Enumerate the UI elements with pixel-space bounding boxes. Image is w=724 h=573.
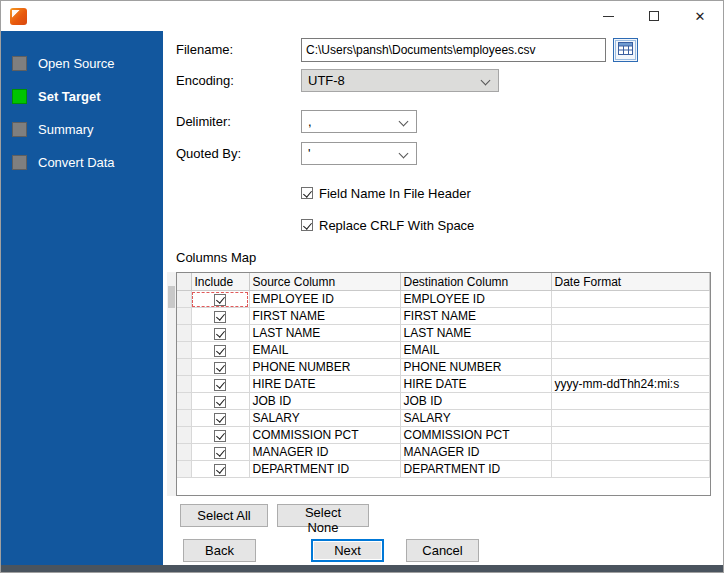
table-row: COMMISSION PCTCOMMISSION PCT: [177, 427, 710, 444]
date-format-cell[interactable]: [551, 325, 710, 342]
date-format-cell[interactable]: [551, 393, 710, 410]
columns-map-title: Columns Map: [176, 250, 723, 266]
row-header[interactable]: [177, 461, 191, 478]
source-column-cell[interactable]: SALARY: [249, 410, 400, 427]
source-column-cell[interactable]: LAST NAME: [249, 325, 400, 342]
chevron-down-icon: [399, 116, 409, 126]
destination-column-cell[interactable]: COMMISSION PCT: [400, 427, 551, 444]
field-name-header-checkbox[interactable]: [301, 187, 313, 199]
back-button[interactable]: Back: [183, 539, 256, 562]
destination-column-cell[interactable]: EMPLOYEE ID: [400, 291, 551, 308]
include-checkbox[interactable]: [214, 328, 226, 340]
filename-input[interactable]: [301, 38, 606, 62]
destination-column-cell[interactable]: JOB ID: [400, 393, 551, 410]
date-format-cell[interactable]: [551, 410, 710, 427]
replace-crlf-checkbox[interactable]: [301, 219, 313, 231]
date-format-cell[interactable]: [551, 427, 710, 444]
filename-row: Filename:: [176, 37, 723, 62]
columns-map-area: Include Source Column Destination Column…: [167, 272, 711, 496]
row-header[interactable]: [177, 325, 191, 342]
minimize-icon: [603, 16, 614, 17]
date-format-cell[interactable]: [551, 461, 710, 478]
row-header-corner: [177, 273, 191, 291]
row-header[interactable]: [177, 291, 191, 308]
include-checkbox[interactable]: [214, 430, 226, 442]
include-checkbox[interactable]: [214, 362, 226, 374]
titlebar: ✕: [1, 1, 723, 31]
quoted-by-row: Quoted By: ': [176, 141, 723, 165]
step-indicator-square: [12, 89, 27, 104]
select-none-button[interactable]: Select None: [277, 504, 369, 527]
source-column-cell[interactable]: EMAIL: [249, 342, 400, 359]
include-checkbox[interactable]: [214, 447, 226, 459]
row-header[interactable]: [177, 359, 191, 376]
close-button[interactable]: ✕: [677, 1, 723, 31]
destination-column-cell[interactable]: DEPARTMENT ID: [400, 461, 551, 478]
row-header[interactable]: [177, 393, 191, 410]
include-checkbox[interactable]: [214, 345, 226, 357]
source-column-cell[interactable]: COMMISSION PCT: [249, 427, 400, 444]
date-format-cell[interactable]: [551, 444, 710, 461]
window-body: Open SourceSet TargetSummaryConvert Data…: [1, 31, 723, 565]
date-format-cell[interactable]: yyyy-mm-ddThh24:mi:s: [551, 376, 710, 393]
source-column-cell[interactable]: JOB ID: [249, 393, 400, 410]
header-include[interactable]: Include: [191, 273, 249, 291]
row-header[interactable]: [177, 427, 191, 444]
select-all-button[interactable]: Select All: [180, 504, 268, 527]
source-column-cell[interactable]: EMPLOYEE ID: [249, 291, 400, 308]
sidebar-step-summary[interactable]: Summary: [1, 113, 163, 146]
step-indicator-square: [12, 122, 27, 137]
field-name-header-row: Field Name In File Header: [301, 185, 723, 201]
row-header[interactable]: [177, 410, 191, 427]
header-date-format[interactable]: Date Format: [551, 273, 710, 291]
destination-column-cell[interactable]: HIRE DATE: [400, 376, 551, 393]
next-button[interactable]: Next: [311, 539, 384, 562]
table-row: JOB IDJOB ID: [177, 393, 710, 410]
sidebar-step-open-source[interactable]: Open Source: [1, 47, 163, 80]
row-header[interactable]: [177, 342, 191, 359]
vertical-scrollbar[interactable]: [167, 272, 176, 496]
include-checkbox[interactable]: [214, 294, 226, 306]
step-label: Summary: [38, 122, 94, 137]
encoding-select[interactable]: UTF-8: [301, 69, 499, 92]
maximize-button[interactable]: [631, 1, 677, 31]
scrollbar-thumb[interactable]: [168, 286, 175, 308]
destination-column-cell[interactable]: EMAIL: [400, 342, 551, 359]
source-column-cell[interactable]: DEPARTMENT ID: [249, 461, 400, 478]
minimize-button[interactable]: [585, 1, 631, 31]
date-format-cell[interactable]: [551, 308, 710, 325]
date-format-cell[interactable]: [551, 342, 710, 359]
sidebar-step-set-target[interactable]: Set Target: [1, 80, 163, 113]
source-column-cell[interactable]: MANAGER ID: [249, 444, 400, 461]
sidebar-step-convert-data[interactable]: Convert Data: [1, 146, 163, 179]
source-column-cell[interactable]: FIRST NAME: [249, 308, 400, 325]
table-row: MANAGER IDMANAGER ID: [177, 444, 710, 461]
destination-column-cell[interactable]: SALARY: [400, 410, 551, 427]
cancel-button[interactable]: Cancel: [406, 539, 479, 562]
source-column-cell[interactable]: PHONE NUMBER: [249, 359, 400, 376]
destination-column-cell[interactable]: PHONE NUMBER: [400, 359, 551, 376]
window-bottom-edge: [1, 565, 723, 572]
include-checkbox[interactable]: [214, 464, 226, 476]
header-source-column[interactable]: Source Column: [249, 273, 400, 291]
include-checkbox[interactable]: [214, 413, 226, 425]
row-header[interactable]: [177, 308, 191, 325]
table-header-row: Include Source Column Destination Column…: [177, 273, 710, 291]
include-checkbox[interactable]: [214, 396, 226, 408]
date-format-cell[interactable]: [551, 291, 710, 308]
destination-column-cell[interactable]: FIRST NAME: [400, 308, 551, 325]
destination-column-cell[interactable]: MANAGER ID: [400, 444, 551, 461]
destination-column-cell[interactable]: LAST NAME: [400, 325, 551, 342]
browse-button[interactable]: [613, 38, 638, 62]
header-destination-column[interactable]: Destination Column: [400, 273, 551, 291]
row-header[interactable]: [177, 444, 191, 461]
include-checkbox[interactable]: [214, 311, 226, 323]
include-checkbox[interactable]: [214, 379, 226, 391]
delimiter-select[interactable]: ,: [301, 110, 417, 133]
quoted-by-select[interactable]: ': [301, 142, 417, 165]
row-header[interactable]: [177, 376, 191, 393]
source-column-cell[interactable]: HIRE DATE: [249, 376, 400, 393]
columns-table-body: EMPLOYEE IDEMPLOYEE IDFIRST NAMEFIRST NA…: [177, 291, 710, 478]
date-format-cell[interactable]: [551, 359, 710, 376]
delimiter-row: Delimiter: ,: [176, 109, 723, 133]
